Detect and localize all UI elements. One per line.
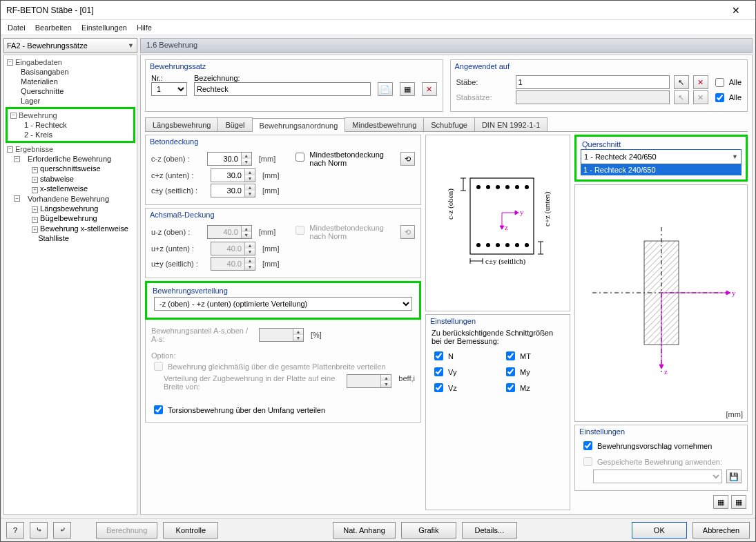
angewendet-legend: Angewendet auf (455, 62, 510, 70)
tab-buegel[interactable]: Bügel (217, 117, 252, 131)
ok-button[interactable]: OK (632, 522, 687, 539)
clear-staebe-icon[interactable]: ✕ (693, 75, 708, 89)
window-title: RF-BETON Stäbe - [01] (6, 6, 722, 15)
panel-title: 1.6 Bewehrung (140, 38, 753, 53)
kontrolle-button[interactable]: Kontrolle (163, 522, 218, 539)
cz-unten-input[interactable] (211, 169, 244, 182)
pick-stabsaetze-icon: ↖ (674, 90, 689, 104)
tree-results-header[interactable]: Ergebnisse (15, 145, 53, 153)
natanhang-button[interactable]: Nat. Anhang (333, 522, 396, 539)
tree-item[interactable]: + stabweise (6, 174, 135, 184)
tree-item-lager[interactable]: Lager (6, 96, 135, 106)
tree-item[interactable]: + Bewehrung x-stellenweise (6, 224, 135, 234)
copy-icon[interactable]: ▦ (400, 82, 415, 96)
tree-bewehrung-header[interactable]: Bewehrung (19, 111, 57, 119)
svg-point-2 (486, 185, 490, 189)
querschnitt-option[interactable]: 1 - Rechteck 240/650 (581, 164, 742, 175)
tree-item[interactable]: + x-stellenweise (6, 184, 135, 194)
tab-laengsbewehrung[interactable]: Längsbewehrung (145, 117, 218, 131)
vorschlag-check[interactable] (583, 441, 592, 450)
tab-din[interactable]: DIN EN 1992-1-1 (474, 117, 547, 131)
menu-edit[interactable]: Bearbeiten (35, 23, 72, 32)
mz-check[interactable] (506, 383, 515, 392)
tabs: Längsbewehrung Bügel Bewehrungsanordnung… (145, 117, 748, 132)
export-icon[interactable]: ⤷ (30, 522, 48, 539)
tree-item[interactable]: + querschnittsweise (6, 164, 135, 174)
alle-stabsaetze-check[interactable] (715, 93, 724, 102)
n-check[interactable] (434, 351, 443, 360)
svg-point-8 (486, 243, 490, 247)
tree-item-kreis[interactable]: 2 - Kreis (9, 130, 132, 139)
mindest-beton-check[interactable] (295, 153, 304, 162)
close-icon[interactable]: ✕ (722, 5, 750, 16)
svg-marker-14 (515, 211, 518, 215)
nr-label: Nr.: (151, 74, 187, 82)
svg-marker-16 (500, 226, 504, 229)
tree-item-materialien[interactable]: Materialien (6, 77, 135, 86)
svg-text:c-z (oben): c-z (oben) (446, 188, 455, 220)
tree-item-rechteck[interactable]: 1 - Rechteck (9, 120, 132, 130)
vz-check[interactable] (434, 383, 443, 392)
my-check[interactable] (506, 367, 515, 376)
case-selector-value: FA2 - Bewehrungssätze (7, 41, 88, 50)
help-icon[interactable]: ? (6, 522, 24, 539)
tree-input-header[interactable]: Eingabedaten (15, 58, 62, 66)
sync2-icon: ⟲ (400, 225, 415, 239)
menu-settings[interactable]: Einstellungen (81, 23, 127, 32)
abbrechen-button[interactable]: Abbrechen (692, 522, 750, 539)
nr-select[interactable]: 1 (151, 82, 187, 96)
svg-point-5 (515, 185, 519, 189)
mt-check[interactable] (506, 351, 515, 360)
querschnitt-select[interactable]: 1 - Rechteck 240/650▼ (581, 149, 742, 164)
option-label: Option: (151, 351, 415, 360)
tab-bewehrungsanordnung[interactable]: Bewehrungsanordnung (252, 118, 346, 132)
gespeichert-check (583, 457, 592, 466)
tree-item-querschnitte[interactable]: Querschnitte (6, 86, 135, 96)
gleich-check (154, 362, 163, 371)
bewehrungssatz-legend: Bewehrungssatz (150, 62, 206, 70)
tree-item-basisangaben[interactable]: Basisangaben (6, 67, 135, 77)
verteilung-select[interactable]: -z (oben) - +z (unten) (optimierte Verte… (154, 297, 412, 311)
vy-check[interactable] (434, 367, 443, 376)
tree-erforderliche[interactable]: Erforderliche Bewehrung (28, 155, 111, 163)
torsion-check[interactable] (154, 405, 163, 414)
staebe-input[interactable] (516, 75, 670, 89)
import-icon[interactable]: ⤶ (53, 522, 71, 539)
table1-icon[interactable]: ▦ (713, 495, 728, 509)
svg-point-4 (505, 185, 510, 189)
tree-item[interactable]: + Bügelbewehrung (6, 213, 135, 224)
menu-help[interactable]: Hilfe (137, 23, 152, 32)
save-reinf-icon[interactable]: 💾 (726, 470, 742, 483)
svg-point-11 (515, 243, 519, 247)
uz-oben-input (208, 226, 241, 238)
cz-oben-input[interactable] (208, 153, 241, 165)
svg-point-7 (476, 243, 481, 247)
alle-staebe-check[interactable] (715, 78, 724, 87)
bezeichnung-label: Bezeichnung: (194, 74, 371, 82)
bezeichnung-input[interactable] (194, 82, 371, 96)
case-selector[interactable]: FA2 - Bewehrungssätze ▼ (3, 38, 137, 53)
pick-staebe-icon[interactable]: ↖ (674, 75, 689, 89)
gespeichert-select (593, 470, 722, 483)
svg-point-1 (476, 185, 481, 189)
achsmass-legend: Achsmaß-Deckung (150, 211, 215, 219)
cy-input[interactable] (211, 184, 244, 197)
beff-input (347, 375, 380, 387)
menubar: Datei Bearbeiten Einstellungen Hilfe (1, 20, 755, 35)
menu-file[interactable]: Datei (8, 23, 26, 32)
einst-mid-legend: Einstellungen (430, 317, 476, 325)
tree-item[interactable]: + Längsbewehrung (6, 204, 135, 214)
sync-icon[interactable]: ⟲ (400, 152, 415, 166)
cross-section-view: y z [mm] (574, 184, 748, 422)
tab-mindestbewehrung[interactable]: Mindestbewehrung (345, 117, 424, 131)
tree-item[interactable]: Stahlliste (6, 233, 135, 243)
delete-icon[interactable]: ✕ (422, 82, 437, 96)
navigation-tree[interactable]: −Eingabedaten Basisangaben Materialien Q… (3, 55, 137, 515)
grafik-button[interactable]: Grafik (401, 522, 456, 539)
tab-schubfuge[interactable]: Schubfuge (423, 117, 475, 131)
tree-vorhandene[interactable]: Vorhandene Bewehrung (28, 195, 109, 203)
svg-text:y: y (732, 289, 736, 297)
table2-icon[interactable]: ▦ (731, 495, 746, 509)
new-icon[interactable]: 📄 (378, 82, 393, 96)
details-button[interactable]: Details... (462, 522, 517, 539)
